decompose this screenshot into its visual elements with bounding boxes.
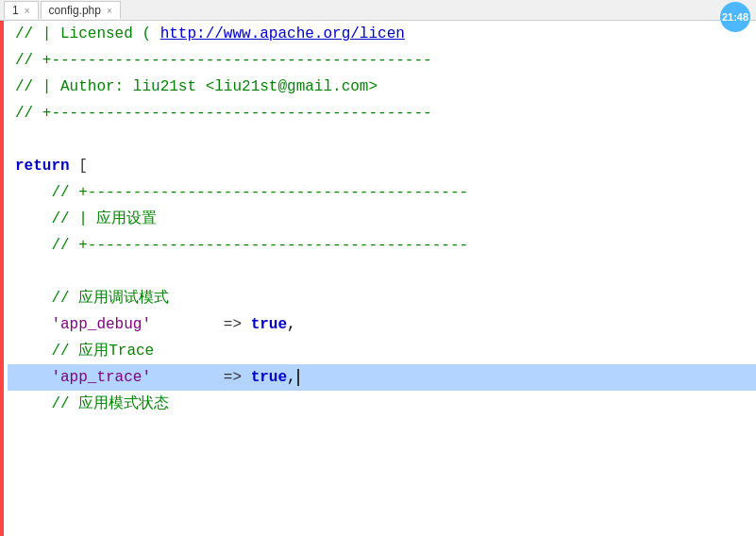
tab-base-php[interactable]: 1 × <box>4 1 39 19</box>
comment-app-settings: // | 应用设置 <box>15 206 157 232</box>
code-line-13: // 应用Trace <box>8 338 756 364</box>
text-cursor <box>297 369 299 386</box>
spaces-1 <box>151 311 224 338</box>
code-line-2: // +------------------------------------… <box>8 47 756 74</box>
comment-dashes-1: // +------------------------------------… <box>15 47 432 74</box>
comment-dashes-2: // +------------------------------------… <box>15 100 432 126</box>
spaces-2 <box>151 364 224 391</box>
code-line-15: // 应用模式状态 <box>8 391 756 417</box>
line-container: // | Licensed ( http://www.apache.org/li… <box>0 21 756 417</box>
code-line-7: // +------------------------------------… <box>8 179 756 206</box>
arrow-1: => <box>224 311 251 338</box>
title-bar: 1 × config.php × 21:48 <box>0 0 756 21</box>
code-line-9: // +------------------------------------… <box>8 232 756 259</box>
comment-author: // | Author: liu21st <liu21st@gmail.com> <box>15 74 378 100</box>
string-app-debug: 'app_debug' <box>15 311 151 338</box>
code-line-14[interactable]: 'app_trace' => true, <box>8 364 756 391</box>
close-icon-base[interactable]: × <box>25 6 30 16</box>
comma-1: , <box>287 311 296 338</box>
keyword-return: return <box>15 153 70 179</box>
code-line-12: 'app_debug' => true, <box>8 311 756 338</box>
string-app-trace: 'app_trace' <box>15 364 151 391</box>
comment-indent-dashes-1: // +------------------------------------… <box>15 179 468 206</box>
code-line-blank-1 <box>8 126 756 153</box>
true-val-trace: true <box>251 364 287 391</box>
code-line-4: // +------------------------------------… <box>8 100 756 126</box>
code-line-3: // | Author: liu21st <liu21st@gmail.com> <box>8 74 756 100</box>
left-border <box>0 21 4 536</box>
comment-debug-mode: // 应用调试模式 <box>15 285 169 311</box>
true-val-debug: true <box>251 311 287 338</box>
code-line-1: // | Licensed ( http://www.apache.org/li… <box>8 21 756 47</box>
tab-config-php[interactable]: config.php × <box>41 1 121 19</box>
tab-label-config: config.php <box>49 4 101 17</box>
bracket-open: [ <box>70 153 88 179</box>
code-line-8: // | 应用设置 <box>8 206 756 232</box>
code-line-blank-2 <box>8 259 756 285</box>
comment-trace: // 应用Trace <box>15 338 154 364</box>
comment-indent-dashes-2: // +------------------------------------… <box>15 232 468 259</box>
comment-mode-status: // 应用模式状态 <box>15 391 169 417</box>
comment-text: // | Licensed ( <box>15 21 160 47</box>
close-icon-config[interactable]: × <box>107 6 112 16</box>
link[interactable]: http://www.apache.org/licen <box>160 21 405 47</box>
arrow-2: => <box>224 364 251 391</box>
comma-2: , <box>287 364 296 391</box>
time-badge: 21:48 <box>720 2 750 32</box>
code-line-11: // 应用调试模式 <box>8 285 756 311</box>
tab-label-base: 1 <box>12 4 19 17</box>
editor-area: // | Licensed ( http://www.apache.org/li… <box>0 21 756 536</box>
code-line-return: return [ <box>8 153 756 179</box>
